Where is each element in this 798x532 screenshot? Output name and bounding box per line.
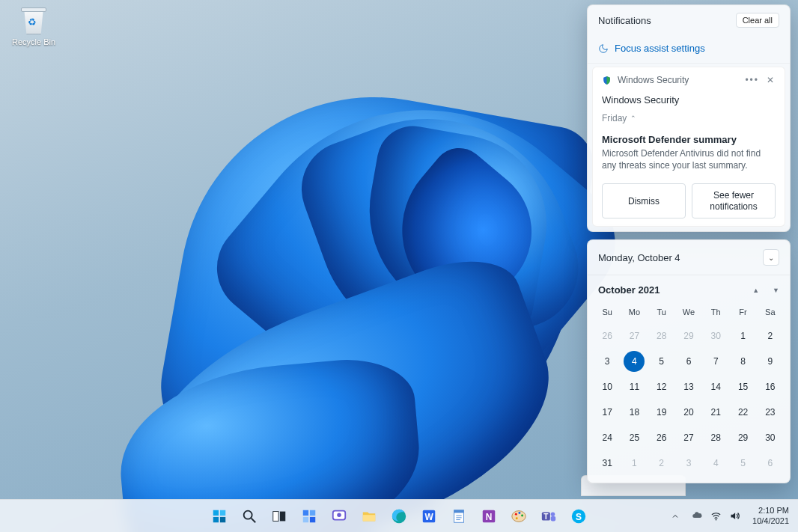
svg-rect-0 <box>213 510 219 515</box>
calendar-day[interactable]: 27 <box>678 427 699 448</box>
calendar-day[interactable]: 5 <box>651 351 672 372</box>
calendar-day[interactable]: 18 <box>624 402 645 423</box>
calendar-day[interactable]: 20 <box>678 402 699 423</box>
recycle-bin[interactable]: ♻ Recycle Bin <box>7 4 60 46</box>
calendar-dow: Fr <box>729 303 756 322</box>
calendar-day[interactable]: 2 <box>651 453 672 474</box>
calendar-day[interactable]: 6 <box>678 351 699 372</box>
calendar-day[interactable]: 1 <box>624 453 645 474</box>
calendar-day[interactable]: 14 <box>705 376 726 397</box>
calendar-day[interactable]: 8 <box>733 351 754 372</box>
widgets-icon <box>301 508 317 525</box>
chat-icon <box>331 508 347 525</box>
svg-rect-10 <box>303 516 308 522</box>
notification-more-button[interactable]: ••• <box>745 75 759 85</box>
taskbar-file-explorer-button[interactable] <box>356 503 383 530</box>
clear-all-button[interactable]: Clear all <box>736 13 779 28</box>
calendar-day[interactable]: 7 <box>705 351 726 372</box>
focus-assist-label: Focus assist settings <box>615 43 705 54</box>
calendar-day[interactable]: 15 <box>733 376 754 397</box>
calendar-day[interactable]: 31 <box>597 453 618 474</box>
calendar-day[interactable]: 28 <box>651 325 672 346</box>
edge-icon <box>391 508 407 525</box>
notification-source: Windows Security <box>618 75 689 85</box>
calendar-dow: Mo <box>621 303 648 322</box>
taskbar-teams-button[interactable]: T <box>535 503 562 530</box>
calendar-day[interactable]: 4 <box>624 351 645 372</box>
taskbar-clock[interactable]: 2:10 PM 10/4/2021 <box>748 506 794 525</box>
taskbar-paint-button[interactable] <box>505 503 532 530</box>
calendar-day[interactable]: 26 <box>651 427 672 448</box>
calendar-day[interactable]: 27 <box>624 325 645 346</box>
taskbar-widgets-button[interactable] <box>296 503 323 530</box>
word-icon: W <box>421 508 437 525</box>
calendar-dow: Th <box>702 303 729 322</box>
calendar-day[interactable]: 29 <box>678 325 699 346</box>
taskbar-edge-button[interactable] <box>386 503 412 530</box>
tray-overflow-button[interactable] <box>666 503 684 530</box>
svg-rect-8 <box>303 510 308 515</box>
calendar-full-date: Monday, October 4 <box>598 252 680 263</box>
calendar-day[interactable]: 2 <box>760 325 781 346</box>
notepad-icon <box>451 508 467 525</box>
svg-text:S: S <box>576 511 582 522</box>
svg-text:T: T <box>543 512 549 520</box>
calendar-day[interactable]: 25 <box>624 427 645 448</box>
svg-rect-33 <box>551 516 555 521</box>
calendar-day[interactable]: 24 <box>597 427 618 448</box>
calendar-day[interactable]: 12 <box>651 376 672 397</box>
svg-rect-2 <box>213 516 219 522</box>
svg-point-32 <box>551 512 555 516</box>
dismiss-button[interactable]: Dismiss <box>602 183 686 218</box>
recycle-bin-label: Recycle Bin <box>7 37 60 46</box>
taskbar-task-view-button[interactable] <box>266 503 293 530</box>
calendar-day[interactable]: 23 <box>760 402 781 423</box>
calendar-day[interactable]: 10 <box>597 376 618 397</box>
calendar-grid: SuMoTuWeThFrSa26272829301234567891011121… <box>588 300 790 483</box>
calendar-day[interactable]: 6 <box>760 453 781 474</box>
calendar-day[interactable]: 17 <box>597 402 618 423</box>
calendar-day[interactable]: 28 <box>705 427 726 448</box>
calendar-day[interactable]: 16 <box>760 376 781 397</box>
calendar-next-button[interactable]: ▼ <box>773 287 779 294</box>
calendar-collapse-button[interactable]: ⌄ <box>763 249 779 266</box>
taskbar-onenote-button[interactable]: N <box>475 503 502 530</box>
calendar-day[interactable]: 9 <box>760 351 781 372</box>
calendar-day[interactable]: 11 <box>624 376 645 397</box>
svg-rect-1 <box>220 510 225 515</box>
svg-point-13 <box>337 513 341 517</box>
calendar-day[interactable]: 29 <box>733 427 754 448</box>
calendar-dow: Sa <box>757 303 784 322</box>
calendar-day[interactable]: 22 <box>733 402 754 423</box>
notification-day-toggle[interactable]: Friday ⌃ <box>602 113 776 123</box>
calendar-day[interactable]: 5 <box>733 453 754 474</box>
onenote-icon: N <box>481 508 497 525</box>
notifications-title: Notifications <box>598 15 651 26</box>
taskbar-notepad-button[interactable] <box>445 503 472 530</box>
calendar-day[interactable]: 13 <box>678 376 699 397</box>
svg-point-36 <box>716 519 717 521</box>
calendar-day[interactable]: 3 <box>597 351 618 372</box>
taskbar-chat-button[interactable] <box>326 503 353 530</box>
calendar-day[interactable]: 21 <box>705 402 726 423</box>
calendar-day[interactable]: 26 <box>597 325 618 346</box>
calendar-day[interactable]: 4 <box>705 453 726 474</box>
calendar-prev-button[interactable]: ▲ <box>752 287 759 294</box>
svg-rect-6 <box>273 511 278 521</box>
taskbar-skype-button[interactable]: S <box>565 503 592 530</box>
see-fewer-button[interactable]: See fewer notifications <box>692 183 776 218</box>
calendar-month-label[interactable]: October 2021 <box>598 284 660 296</box>
notification-close-button[interactable]: ✕ <box>765 75 776 85</box>
calendar-day[interactable]: 3 <box>678 453 699 474</box>
calendar-day[interactable]: 19 <box>651 402 672 423</box>
calendar-day[interactable]: 1 <box>733 325 754 346</box>
calendar-day[interactable]: 30 <box>760 427 781 448</box>
svg-text:W: W <box>424 511 433 522</box>
focus-assist-link[interactable]: Focus assist settings <box>588 35 790 64</box>
taskbar-search-button[interactable] <box>236 503 263 530</box>
system-tray[interactable] <box>687 503 745 530</box>
calendar-day[interactable]: 30 <box>705 325 726 346</box>
onedrive-icon <box>692 510 703 522</box>
taskbar-start-button[interactable] <box>206 503 233 530</box>
taskbar-word-button[interactable]: W <box>415 503 442 530</box>
